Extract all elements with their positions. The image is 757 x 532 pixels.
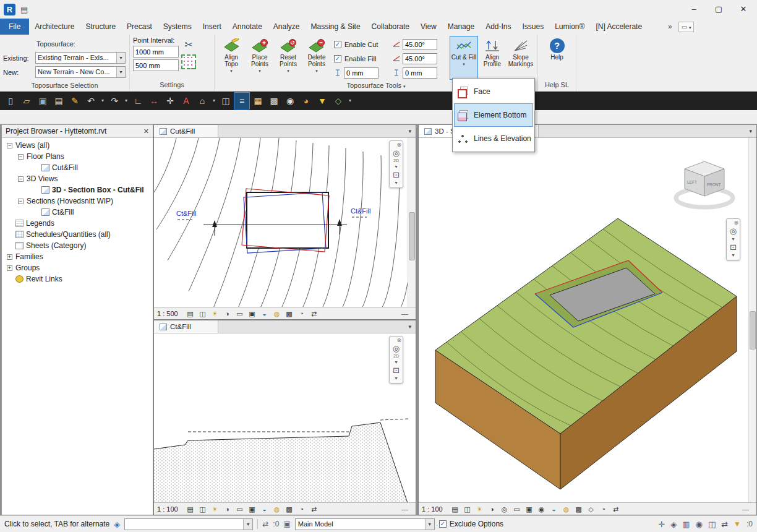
vertical-scrollbar[interactable] bbox=[408, 138, 416, 307]
reveal-constraints-icon[interactable]: ⇄ bbox=[309, 309, 319, 319]
cut-angle-input[interactable] bbox=[403, 39, 437, 50]
detail-level-icon[interactable]: ▤ bbox=[185, 309, 195, 319]
ribbon-tab[interactable]: Collaborate bbox=[366, 19, 415, 35]
scale-button[interactable]: 1 : 100 bbox=[422, 505, 448, 513]
delete-points-button[interactable]: Delete Points▾ bbox=[303, 36, 330, 79]
ribbon-tab[interactable]: Analyze bbox=[268, 19, 306, 35]
split-surface-icon[interactable]: ✂ bbox=[184, 37, 193, 53]
visual-style-icon[interactable]: ◫ bbox=[197, 309, 208, 319]
shadows-icon[interactable]: ◑ bbox=[487, 504, 497, 514]
reveal-hidden-icon[interactable]: ◍ bbox=[272, 309, 282, 319]
filter-funnel-icon[interactable]: ▼ bbox=[315, 93, 330, 109]
text-icon[interactable]: A bbox=[179, 93, 194, 109]
enable-fill-row[interactable]: Enable Fill bbox=[334, 55, 393, 62]
ribbon-tab[interactable]: Annotate bbox=[227, 19, 268, 35]
new-terrain-select[interactable]: New Terrain - New Co...▼ bbox=[35, 66, 126, 78]
tree-item[interactable]: Cut&Fill bbox=[2, 162, 153, 173]
panel-label[interactable]: Help SL bbox=[538, 80, 576, 91]
cut-offset-input[interactable] bbox=[344, 67, 378, 79]
minimize-button[interactable]: – bbox=[684, 2, 704, 17]
select-links-icon[interactable]: ◈ bbox=[670, 520, 677, 529]
crop-view-icon[interactable]: ▭ bbox=[511, 504, 522, 514]
3d-canvas[interactable]: LEFT FRONT ⊗ ◎ ▾ ⊡ ▾ bbox=[419, 138, 756, 502]
visual-style-icon[interactable]: ◫ bbox=[462, 504, 473, 514]
reveal-hidden-icon[interactable]: ◍ bbox=[272, 504, 282, 514]
dimension-icon[interactable]: ↔ bbox=[147, 93, 161, 109]
window-menu-icon[interactable]: ▾ bbox=[404, 128, 416, 134]
ribbon-tab[interactable]: Insert bbox=[197, 19, 227, 35]
press-drag-icon[interactable]: ✛ bbox=[658, 520, 665, 529]
workplane-icon[interactable]: ◇ bbox=[331, 93, 346, 109]
app-icon[interactable]: R bbox=[4, 4, 15, 15]
tree-expander-icon[interactable]: − bbox=[18, 199, 24, 204]
analytical-model-icon[interactable]: ◇ bbox=[586, 504, 596, 514]
tree-expander-icon[interactable]: − bbox=[18, 154, 24, 160]
qat-menu-icon[interactable]: ▾ bbox=[347, 93, 353, 109]
open-file-icon[interactable]: ▱ bbox=[19, 93, 34, 109]
worksharing-display-icon[interactable]: ◔ bbox=[598, 504, 609, 514]
panel-label[interactable]: Settings bbox=[130, 80, 214, 91]
select-pinned-icon[interactable]: ◉ bbox=[696, 520, 703, 529]
design-option-select[interactable]: Main Model▼ bbox=[295, 518, 435, 530]
tree-expander-icon[interactable]: + bbox=[7, 254, 12, 260]
sun-path-icon[interactable]: ☀ bbox=[474, 504, 485, 514]
reveal-constraints-icon[interactable]: ⇄ bbox=[610, 504, 621, 514]
close-hidden-windows-icon[interactable]: ▦ bbox=[250, 93, 265, 109]
show-crop-icon[interactable]: ▣ bbox=[247, 309, 257, 319]
detail-level-icon[interactable]: ▤ bbox=[450, 504, 460, 514]
ribbon-tab[interactable]: View bbox=[415, 19, 442, 35]
plan-view-tab[interactable]: Cut&Fill bbox=[154, 125, 218, 137]
tree-item[interactable]: Schedules/Quantities (all) bbox=[2, 229, 153, 240]
chevron-down-icon[interactable]: ▾ bbox=[395, 375, 397, 381]
ribbon-tab[interactable]: Add-Ins bbox=[480, 19, 516, 35]
chevron-down-icon[interactable]: ▾ bbox=[395, 359, 397, 365]
tree-item[interactable]: Sheets (Category) bbox=[2, 240, 153, 251]
temporary-hide-icon[interactable]: ◒ bbox=[259, 504, 270, 514]
shadows-icon[interactable]: ◑ bbox=[222, 309, 233, 319]
ribbon-display-toggle[interactable]: ▭ ▾ bbox=[678, 22, 695, 32]
color-wheel-icon[interactable]: ◕ bbox=[299, 93, 314, 109]
selection-cycle-select[interactable]: ▼ bbox=[124, 518, 253, 530]
close-icon[interactable]: ✕ bbox=[143, 127, 149, 135]
infocenter-icon[interactable]: ▤ bbox=[20, 5, 28, 14]
selection-filter-icon[interactable]: ▼ bbox=[733, 520, 741, 528]
visibility-graphics-icon[interactable]: ◉ bbox=[283, 93, 297, 109]
3d-caret-icon[interactable]: ▾ bbox=[211, 93, 217, 109]
chevron-down-icon[interactable]: ▾ bbox=[395, 164, 397, 169]
collapse-bar-icon[interactable]: — bbox=[400, 504, 410, 514]
undo-caret-icon[interactable]: ▾ bbox=[100, 93, 106, 109]
undo-icon[interactable]: ↶ bbox=[83, 93, 98, 109]
tree-item[interactable]: − Floor Plans bbox=[2, 151, 153, 162]
select-underlay-icon[interactable]: ▥ bbox=[682, 520, 690, 529]
ribbon-tab[interactable]: Issues bbox=[516, 19, 549, 35]
scrollbar-thumb[interactable] bbox=[409, 212, 415, 260]
reveal-constraints-icon[interactable]: ⇄ bbox=[309, 504, 319, 514]
crop-view-icon[interactable]: ▭ bbox=[234, 309, 245, 319]
redo-caret-icon[interactable]: ▾ bbox=[123, 93, 129, 109]
steering-wheel-icon[interactable]: ◎ bbox=[730, 226, 737, 236]
help-button[interactable]: ? Help bbox=[543, 36, 571, 79]
temporary-view-properties-icon[interactable]: ▩ bbox=[284, 504, 294, 514]
design-options-icon[interactable]: ▣ bbox=[283, 520, 290, 528]
tree-item[interactable]: 3D - Section Box - Cut&Fil bbox=[2, 184, 153, 195]
zoom-tool-icon[interactable]: ⊡ bbox=[393, 170, 400, 179]
collapse-bar-icon[interactable]: — bbox=[740, 504, 751, 514]
edit-icon[interactable]: ✎ bbox=[67, 93, 82, 109]
lock-3d-view-icon[interactable]: ◉ bbox=[536, 504, 547, 514]
ribbon-tab[interactable]: Massing & Site bbox=[306, 19, 366, 35]
new-file-icon[interactable]: ▯ bbox=[3, 93, 18, 109]
scale-button[interactable]: 1 : 100 bbox=[157, 505, 183, 513]
plan-canvas[interactable]: Ct&Fill Ct&Fill ⊗ ◎ 2D ▾ ⊡ ▾ bbox=[154, 138, 416, 307]
window-menu-icon[interactable]: ▾ bbox=[745, 128, 756, 134]
drag-on-selection-icon[interactable]: ⇄ bbox=[721, 520, 728, 529]
exclude-options-row[interactable]: Exclude Options bbox=[439, 520, 503, 528]
window-menu-icon[interactable]: ▾ bbox=[404, 324, 416, 330]
worksharing-display-icon[interactable]: ◔ bbox=[296, 309, 307, 319]
place-points-button[interactable]: Place Points▾ bbox=[246, 36, 273, 79]
align-topo-button[interactable]: Align Topo▾ bbox=[218, 36, 245, 79]
switch-windows-icon[interactable]: ▩ bbox=[267, 93, 281, 109]
reveal-hidden-icon[interactable]: ◍ bbox=[561, 504, 571, 514]
point-interval-secondary-input[interactable] bbox=[133, 59, 179, 71]
zoom-tool-icon[interactable]: ⊡ bbox=[393, 366, 400, 375]
show-crop-icon[interactable]: ▣ bbox=[247, 504, 257, 514]
